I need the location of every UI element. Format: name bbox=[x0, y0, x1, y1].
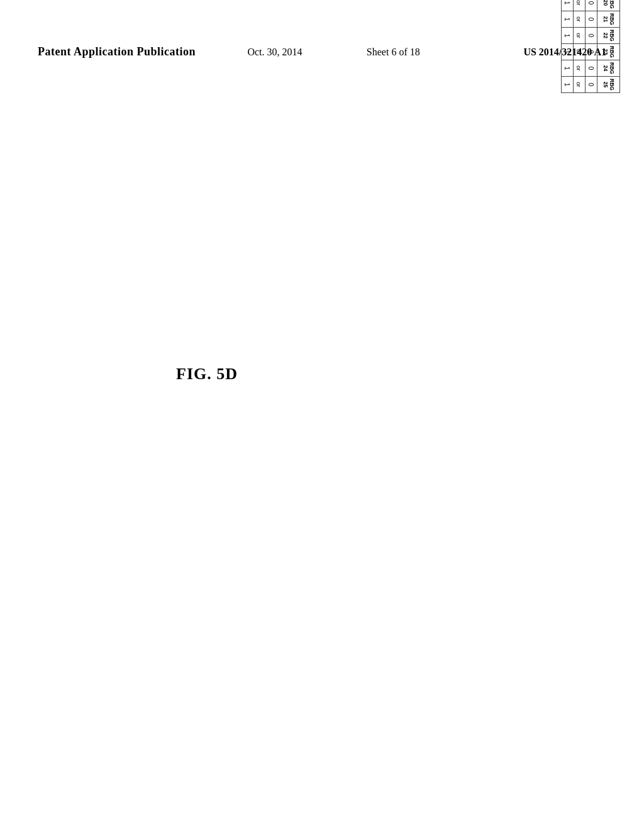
cell-1-22: 1 bbox=[562, 28, 574, 44]
data-row-or: orororororororororororororororororororor… bbox=[574, 0, 586, 93]
data-row-0: 0000000000000000000000000 bbox=[586, 0, 597, 93]
sheet-info: Sheet 6 of 18 bbox=[367, 47, 420, 58]
rbg-header-22: RBG22 bbox=[597, 28, 620, 44]
header-row: RBG1RBG2RBG3RBG4RBG5RBG6RBG7RBG8RBG9RBG1… bbox=[597, 0, 620, 93]
figure-label: FIG. 5D bbox=[176, 365, 238, 384]
cell-0-22: 0 bbox=[586, 28, 597, 44]
cell-or-24: or bbox=[574, 60, 586, 77]
cell-or-25: or bbox=[574, 77, 586, 93]
rbg-header-21: RBG21 bbox=[597, 11, 620, 28]
cell-0-24: 0 bbox=[586, 60, 597, 77]
cell-1-24: 1 bbox=[562, 60, 574, 77]
table-rotate-wrapper: RBG1RBG2RBG3RBG4RBG5RBG6RBG7RBG8RBG9RBG1… bbox=[561, 0, 620, 93]
rbg-header-25: RBG25 bbox=[597, 77, 620, 93]
cell-or-22: or bbox=[574, 28, 586, 44]
publication-title: Patent Application Publication bbox=[38, 45, 196, 58]
rbg-header-20: RBG20 bbox=[597, 0, 620, 11]
rbg-header-24: RBG24 bbox=[597, 60, 620, 77]
cell-1-21: 1 bbox=[562, 11, 574, 28]
cell-1-20: 1 bbox=[562, 0, 574, 11]
cell-1-23: 1 bbox=[562, 44, 574, 60]
cell-or-23: or bbox=[574, 44, 586, 60]
main-table: RBG1RBG2RBG3RBG4RBG5RBG6RBG7RBG8RBG9RBG1… bbox=[561, 0, 620, 93]
cell-1-25: 1 bbox=[562, 77, 574, 93]
rotated-table-container: RBG1RBG2RBG3RBG4RBG5RBG6RBG7RBG8RBG9RBG1… bbox=[211, 93, 620, 152]
data-row-1: 1111111111111111111111111 bbox=[562, 0, 574, 93]
cell-or-20: or bbox=[574, 0, 586, 11]
cell-0-25: 0 bbox=[586, 77, 597, 93]
cell-0-23: 0 bbox=[586, 44, 597, 60]
page-header: Patent Application Publication Oct. 30, … bbox=[0, 45, 644, 58]
cell-0-20: 0 bbox=[586, 0, 597, 11]
rbg-header-23: RBG23 bbox=[597, 44, 620, 60]
cell-0-21: 0 bbox=[586, 11, 597, 28]
cell-or-21: or bbox=[574, 11, 586, 28]
page-container: Patent Application Publication Oct. 30, … bbox=[0, 0, 644, 830]
publication-date: Oct. 30, 2014 bbox=[247, 47, 302, 58]
